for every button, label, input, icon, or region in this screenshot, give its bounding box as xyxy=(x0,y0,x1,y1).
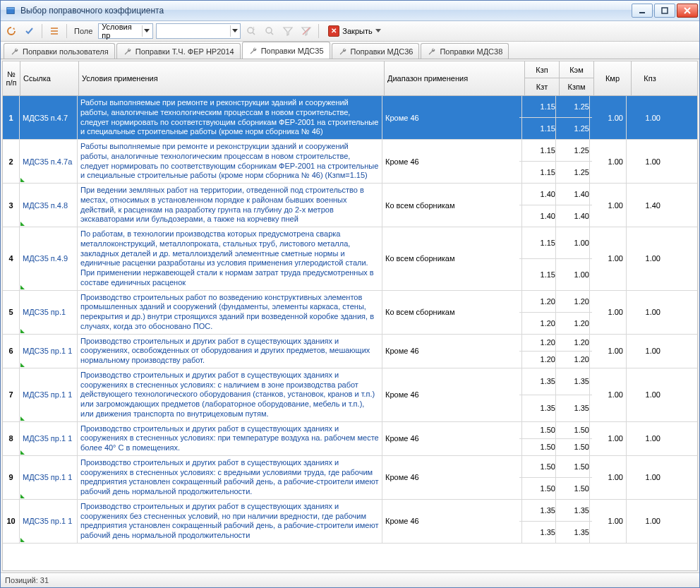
col-cond[interactable]: Условия применения xyxy=(79,61,384,95)
cell-cond: Производство строительных работ по возве… xyxy=(78,291,382,334)
wrench-icon xyxy=(427,47,437,56)
cell-no: 1 xyxy=(3,96,20,139)
col-kzpm[interactable]: Кзпм xyxy=(560,78,593,95)
cell-range: Кроме 46 xyxy=(382,335,522,368)
table-row[interactable]: 4МДС35 п.4.9По работам, в технологии про… xyxy=(3,227,697,291)
col-kmr[interactable]: Кмр xyxy=(594,61,631,95)
cell-kpz: 1.00 xyxy=(627,422,663,455)
refresh-button[interactable] xyxy=(4,23,19,39)
table-row[interactable]: 9МДС35 пр.1 1Производство строительных и… xyxy=(3,456,697,500)
grid-body[interactable]: 1МДС35 п.4.7Работы выполняемые при ремон… xyxy=(3,96,697,570)
field-label: Поле xyxy=(71,27,95,35)
col-ref[interactable]: Ссылка xyxy=(20,61,78,95)
close-button[interactable]: ✕ Закрыть xyxy=(323,23,385,39)
cell-cond: Работы выполняемые при ремонте и реконст… xyxy=(78,140,382,183)
cell-ref[interactable]: МДС35 пр.1 xyxy=(20,291,78,334)
cell-kzp: 1.501.50 xyxy=(522,456,556,499)
cell-kpz: 1.00 xyxy=(627,335,663,368)
marker-icon xyxy=(20,363,25,367)
apply-button[interactable] xyxy=(22,23,37,39)
wrench-icon xyxy=(123,47,133,56)
cell-kmr: 1.00 xyxy=(590,456,627,499)
search-select[interactable] xyxy=(156,23,241,39)
close-icon: ✕ xyxy=(328,25,339,37)
marker-icon xyxy=(20,178,25,182)
field-select[interactable]: Условия пр xyxy=(98,23,153,39)
window-title: Выбор поправочного коэффициента xyxy=(20,6,632,16)
marker-icon xyxy=(20,222,25,226)
table-row[interactable]: 6МДС35 пр.1 1Производство строительных и… xyxy=(3,335,697,368)
statusbar: Позиций: 31 xyxy=(1,572,699,587)
cell-kpz: 1.00 xyxy=(627,96,663,139)
cell-ref[interactable]: МДС35 п.4.7 xyxy=(20,96,78,139)
col-kzp[interactable]: Кзп xyxy=(525,61,559,78)
table-row[interactable]: 3МДС35 п.4.8При ведении земляных работ н… xyxy=(3,184,697,227)
separator xyxy=(66,24,67,38)
cell-no: 7 xyxy=(3,368,20,421)
close-label: Закрыть xyxy=(342,27,372,35)
cell-kmr: 1.00 xyxy=(590,227,627,290)
cell-kmr: 1.00 xyxy=(590,184,627,227)
cell-kmr: 1.00 xyxy=(590,140,627,183)
col-no[interactable]: № п/п xyxy=(4,61,20,95)
app-window: Выбор поправочного коэффициента Поле Усл… xyxy=(0,0,700,588)
tab-2[interactable]: Поправки МДС35 xyxy=(242,42,330,59)
chevron-down-icon xyxy=(375,29,381,33)
cell-ref[interactable]: МДС35 п.4.9 xyxy=(20,227,78,290)
list-button[interactable] xyxy=(47,23,62,39)
cell-ref[interactable]: МДС35 п.4.7а xyxy=(20,140,78,183)
cell-range: Кроме 46 xyxy=(382,368,522,421)
table-row[interactable]: 2МДС35 п.4.7аРаботы выполняемые при ремо… xyxy=(3,140,697,184)
cell-ref[interactable]: МДС35 пр.1 1 xyxy=(20,456,78,499)
tab-3[interactable]: Поправки МДС36 xyxy=(332,43,420,59)
tab-4[interactable]: Поправки МДС38 xyxy=(421,43,509,59)
cell-ref[interactable]: МДС35 пр.1 1 xyxy=(20,335,78,368)
tab-label: Поправки МДС36 xyxy=(351,47,414,56)
wrench-icon xyxy=(248,46,258,56)
table-row[interactable]: 5МДС35 пр.1Производство строительных раб… xyxy=(3,291,697,335)
col-kzt[interactable]: Кзт xyxy=(525,78,559,95)
maximize-button[interactable] xyxy=(654,4,675,18)
marker-icon xyxy=(20,285,25,289)
cell-kmr: 1.00 xyxy=(590,96,627,139)
grid: № п/п Ссылка Условия применения Диапазон… xyxy=(2,61,698,571)
col-kem[interactable]: Кэм xyxy=(560,61,593,78)
find-next-button[interactable] xyxy=(262,23,277,39)
cell-range: Кроме 46 xyxy=(382,140,522,183)
minimize-button[interactable] xyxy=(632,4,653,18)
cell-ref[interactable]: МДС35 пр.1 1 xyxy=(20,422,78,455)
close-window-button[interactable] xyxy=(677,4,698,18)
col-range[interactable]: Диапазон применения xyxy=(385,61,524,95)
tab-label: Поправки МДС35 xyxy=(261,47,324,55)
app-icon xyxy=(5,5,16,16)
cell-range: Кроме 46 xyxy=(382,500,522,543)
table-row[interactable]: 10МДС35 пр.1 1Производство строительных … xyxy=(3,500,697,544)
toolbar: Поле Условия пр 1 ✕ Закрыть xyxy=(1,21,699,42)
tab-0[interactable]: Поправки пользователя xyxy=(4,43,115,59)
cell-kmr: 1.00 xyxy=(590,368,627,421)
cell-ref[interactable]: МДС35 п.4.8 xyxy=(20,184,78,227)
cell-kmr: 1.00 xyxy=(590,291,627,334)
clear-filter-button[interactable] xyxy=(298,23,314,39)
cell-kzp: 1.351.35 xyxy=(522,500,556,543)
dropdown-icon xyxy=(142,25,152,37)
search-input[interactable] xyxy=(159,26,227,36)
cell-kpz: 1.00 xyxy=(627,227,663,290)
cell-kpz: 1.00 xyxy=(627,456,663,499)
cell-kzp: 1.151.15 xyxy=(522,140,556,183)
cell-kem: 1.351.35 xyxy=(556,368,590,421)
cell-kem: 1.351.35 xyxy=(556,500,590,543)
table-row[interactable]: 8МДС35 пр.1 1Производство строительных и… xyxy=(3,422,697,456)
col-kpz[interactable]: Кпз xyxy=(632,61,668,95)
tab-1[interactable]: Поправки Т.Ч. ФЕР НР2014 xyxy=(116,43,241,59)
table-row[interactable]: 1МДС35 п.4.7Работы выполняемые при ремон… xyxy=(3,96,697,140)
table-row[interactable]: 7МДС35 пр.1 1Производство строительных и… xyxy=(3,368,697,422)
cell-ref[interactable]: МДС35 пр.1 1 xyxy=(20,368,78,421)
cell-ref[interactable]: МДС35 пр.1 1 xyxy=(20,500,78,543)
cell-range: Кроме 46 xyxy=(382,96,522,139)
status-count-label: Позиций: xyxy=(5,576,38,584)
marker-icon xyxy=(20,416,25,421)
filter-button[interactable] xyxy=(280,23,296,39)
svg-rect-1 xyxy=(7,8,15,10)
find-first-button[interactable]: 1 xyxy=(243,23,259,39)
